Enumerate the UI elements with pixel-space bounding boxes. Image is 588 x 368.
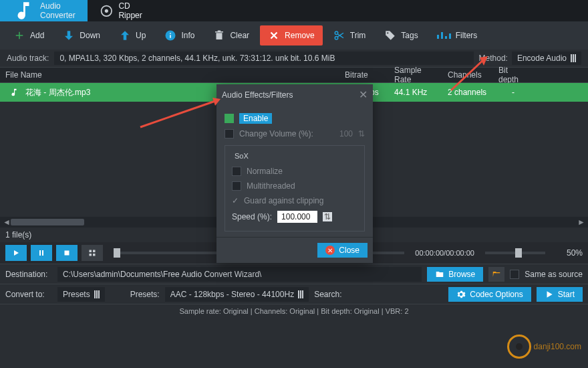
enable-label: Enable bbox=[239, 113, 272, 124]
stop-icon bbox=[63, 249, 71, 257]
preset-value-select[interactable]: AAC - 128kbps - Stereo - 44100Hz bbox=[165, 287, 309, 302]
clear-button[interactable]: Clear bbox=[205, 25, 257, 45]
cell-bitdepth: - bbox=[493, 88, 533, 97]
open-folder-button[interactable] bbox=[488, 267, 504, 282]
convert-to-label: Convert to: bbox=[5, 290, 52, 299]
disc-icon bbox=[100, 4, 114, 18]
change-volume-value: 100 bbox=[339, 129, 353, 139]
slider-knob[interactable] bbox=[515, 248, 522, 258]
audio-track-label: Audio track: bbox=[7, 54, 49, 63]
volume-pct: 50% bbox=[556, 248, 583, 258]
search-label: Search: bbox=[314, 290, 341, 299]
tag-icon bbox=[384, 29, 396, 41]
info-icon bbox=[164, 29, 176, 41]
filters-button[interactable]: Filters bbox=[429, 27, 486, 44]
audio-effects-dialog: Audio Effects/Filters ✕ Enable Change Vo… bbox=[216, 84, 373, 263]
equalizer-icon bbox=[437, 32, 451, 39]
start-button[interactable]: Start bbox=[537, 287, 583, 302]
svg-rect-6 bbox=[65, 251, 69, 256]
play-button[interactable] bbox=[5, 245, 27, 261]
scissors-icon bbox=[333, 29, 345, 41]
svg-rect-7 bbox=[90, 250, 92, 253]
trim-button[interactable]: Trim bbox=[325, 25, 374, 45]
tab-cd-ripper[interactable]: CD Ripper bbox=[88, 0, 154, 21]
slider-knob[interactable] bbox=[114, 248, 120, 258]
cell-sample: 44.1 KHz bbox=[389, 88, 442, 97]
speed-input[interactable]: 100.000 bbox=[277, 211, 317, 223]
menu-icon bbox=[94, 290, 100, 298]
dialog-close-button[interactable]: ✕ bbox=[359, 88, 368, 101]
destination-label: Destination: bbox=[5, 270, 52, 279]
multithreaded-checkbox[interactable] bbox=[232, 181, 241, 191]
spinner-icon[interactable]: ⇅ bbox=[358, 129, 365, 139]
svg-point-1 bbox=[105, 9, 107, 11]
grid-button[interactable] bbox=[82, 245, 103, 261]
pause-icon bbox=[37, 249, 45, 257]
time-display: 00:00:00/00:00:00 bbox=[415, 249, 474, 257]
svg-rect-9 bbox=[90, 254, 92, 256]
up-button[interactable]: Up bbox=[111, 25, 154, 45]
method-select[interactable]: Encode Audio bbox=[512, 52, 581, 65]
col-bitdepth[interactable]: Bit depth bbox=[493, 66, 533, 84]
normalize-checkbox[interactable] bbox=[232, 167, 241, 176]
dialog-title: Audio Effects/Filters bbox=[222, 90, 293, 100]
x-circle-icon: ✕ bbox=[325, 246, 335, 255]
destination-path[interactable]: C:\Users\admin\Documents\Free Audio Conv… bbox=[57, 267, 422, 282]
check-icon: ✓ bbox=[232, 196, 239, 205]
folder-icon bbox=[435, 270, 444, 279]
col-bitrate[interactable]: Bitrate bbox=[339, 70, 389, 80]
pause-button[interactable] bbox=[31, 245, 52, 261]
tab-label: Audio Converter bbox=[40, 1, 76, 20]
play-icon bbox=[12, 249, 20, 257]
guard-clipping-label: Guard against clipping bbox=[244, 196, 323, 205]
presets-select[interactable]: Presets bbox=[57, 287, 105, 302]
trash-icon bbox=[213, 29, 225, 41]
same-as-source-checkbox[interactable] bbox=[510, 270, 519, 279]
x-icon bbox=[268, 29, 280, 41]
tags-button[interactable]: Tags bbox=[376, 25, 426, 45]
info-button[interactable]: Info bbox=[156, 25, 202, 45]
same-as-source-label: Same as source bbox=[525, 270, 583, 279]
grid-icon bbox=[88, 249, 96, 257]
folder-open-icon bbox=[492, 270, 501, 279]
status-bar: Sample rate: Original | Channels: Origin… bbox=[0, 304, 588, 318]
file-name: 花海 - 周杰伦.mp3 bbox=[25, 87, 90, 98]
browse-button[interactable]: Browse bbox=[427, 267, 483, 282]
watermark: danji100.com bbox=[507, 335, 581, 359]
spinner-icon[interactable]: ⇅ bbox=[323, 212, 332, 221]
enable-checkbox[interactable] bbox=[225, 114, 234, 123]
arrow-down-icon bbox=[63, 29, 75, 41]
cell-channels: 2 channels bbox=[442, 88, 493, 97]
multithreaded-label: Multithreaded bbox=[247, 181, 295, 191]
codec-options-button[interactable]: Codec Options bbox=[448, 287, 531, 302]
dialog-close-button[interactable]: ✕Close bbox=[317, 243, 368, 258]
arrow-up-icon bbox=[119, 29, 131, 41]
music-note-icon bbox=[12, 0, 35, 22]
plus-icon bbox=[13, 29, 25, 41]
menu-icon bbox=[298, 290, 303, 298]
remove-button[interactable]: Remove bbox=[260, 25, 323, 45]
col-filename[interactable]: File Name bbox=[0, 70, 339, 80]
presets-label: Presets: bbox=[130, 290, 160, 299]
normalize-label: Normalize bbox=[247, 167, 283, 176]
gear-icon bbox=[456, 290, 466, 299]
change-volume-checkbox[interactable] bbox=[225, 129, 234, 139]
col-sample[interactable]: Sample Rate bbox=[389, 66, 442, 84]
change-volume-label: Change Volume (%): bbox=[239, 129, 313, 139]
col-channels[interactable]: Channels bbox=[442, 70, 493, 80]
tab-audio-converter[interactable]: Audio Converter bbox=[0, 0, 88, 21]
music-note-icon bbox=[9, 88, 19, 97]
svg-rect-8 bbox=[93, 250, 96, 253]
scrollbar-thumb[interactable] bbox=[11, 219, 84, 225]
stop-button[interactable] bbox=[56, 245, 78, 261]
volume-slider[interactable] bbox=[485, 252, 545, 254]
svg-rect-10 bbox=[93, 254, 96, 256]
down-button[interactable]: Down bbox=[55, 25, 108, 45]
speed-label: Speed (%): bbox=[232, 212, 272, 221]
add-button[interactable]: Add bbox=[5, 25, 52, 45]
method-label: Method: bbox=[479, 54, 508, 63]
tab-label: CD Ripper bbox=[118, 1, 142, 20]
audio-track-value[interactable]: 0, MPA1L3, 320 Kbps, 2 channels, 44.1 KH… bbox=[54, 52, 473, 65]
watermark-logo-icon bbox=[507, 335, 531, 359]
sox-group-label: SoX bbox=[232, 152, 251, 160]
